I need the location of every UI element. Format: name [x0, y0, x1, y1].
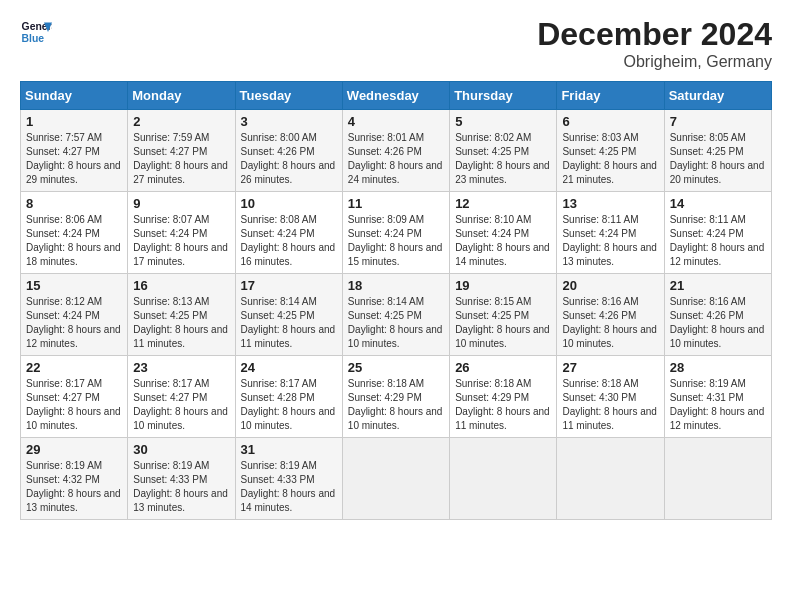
day-of-week-thursday: Thursday	[450, 82, 557, 110]
location-subtitle: Obrigheim, Germany	[537, 53, 772, 71]
day-number: 25	[348, 360, 444, 375]
day-of-week-monday: Monday	[128, 82, 235, 110]
day-number: 28	[670, 360, 766, 375]
day-of-week-tuesday: Tuesday	[235, 82, 342, 110]
calendar-cell: 16Sunrise: 8:13 AMSunset: 4:25 PMDayligh…	[128, 274, 235, 356]
day-info: Sunrise: 8:17 AMSunset: 4:27 PMDaylight:…	[26, 377, 122, 433]
day-number: 10	[241, 196, 337, 211]
day-number: 17	[241, 278, 337, 293]
day-info: Sunrise: 8:17 AMSunset: 4:27 PMDaylight:…	[133, 377, 229, 433]
calendar-cell: 15Sunrise: 8:12 AMSunset: 4:24 PMDayligh…	[21, 274, 128, 356]
day-number: 29	[26, 442, 122, 457]
day-info: Sunrise: 8:17 AMSunset: 4:28 PMDaylight:…	[241, 377, 337, 433]
month-title: December 2024	[537, 16, 772, 53]
day-number: 21	[670, 278, 766, 293]
day-info: Sunrise: 8:06 AMSunset: 4:24 PMDaylight:…	[26, 213, 122, 269]
day-info: Sunrise: 8:11 AMSunset: 4:24 PMDaylight:…	[562, 213, 658, 269]
day-info: Sunrise: 7:59 AMSunset: 4:27 PMDaylight:…	[133, 131, 229, 187]
day-number: 4	[348, 114, 444, 129]
calendar-cell: 10Sunrise: 8:08 AMSunset: 4:24 PMDayligh…	[235, 192, 342, 274]
day-info: Sunrise: 8:18 AMSunset: 4:30 PMDaylight:…	[562, 377, 658, 433]
day-number: 8	[26, 196, 122, 211]
day-info: Sunrise: 8:02 AMSunset: 4:25 PMDaylight:…	[455, 131, 551, 187]
day-info: Sunrise: 8:15 AMSunset: 4:25 PMDaylight:…	[455, 295, 551, 351]
day-info: Sunrise: 8:18 AMSunset: 4:29 PMDaylight:…	[455, 377, 551, 433]
calendar-cell: 5Sunrise: 8:02 AMSunset: 4:25 PMDaylight…	[450, 110, 557, 192]
day-info: Sunrise: 8:19 AMSunset: 4:31 PMDaylight:…	[670, 377, 766, 433]
day-info: Sunrise: 8:07 AMSunset: 4:24 PMDaylight:…	[133, 213, 229, 269]
calendar-cell: 26Sunrise: 8:18 AMSunset: 4:29 PMDayligh…	[450, 356, 557, 438]
day-of-week-saturday: Saturday	[664, 82, 771, 110]
logo: General Blue	[20, 16, 52, 48]
calendar-cell: 22Sunrise: 8:17 AMSunset: 4:27 PMDayligh…	[21, 356, 128, 438]
day-info: Sunrise: 8:11 AMSunset: 4:24 PMDaylight:…	[670, 213, 766, 269]
day-number: 5	[455, 114, 551, 129]
calendar-cell: 24Sunrise: 8:17 AMSunset: 4:28 PMDayligh…	[235, 356, 342, 438]
calendar-cell: 8Sunrise: 8:06 AMSunset: 4:24 PMDaylight…	[21, 192, 128, 274]
day-info: Sunrise: 8:16 AMSunset: 4:26 PMDaylight:…	[562, 295, 658, 351]
calendar-cell	[557, 438, 664, 520]
day-info: Sunrise: 8:19 AMSunset: 4:33 PMDaylight:…	[241, 459, 337, 515]
day-of-week-sunday: Sunday	[21, 82, 128, 110]
day-number: 23	[133, 360, 229, 375]
day-info: Sunrise: 8:19 AMSunset: 4:32 PMDaylight:…	[26, 459, 122, 515]
day-info: Sunrise: 8:01 AMSunset: 4:26 PMDaylight:…	[348, 131, 444, 187]
calendar-cell: 28Sunrise: 8:19 AMSunset: 4:31 PMDayligh…	[664, 356, 771, 438]
logo-icon: General Blue	[20, 16, 52, 48]
calendar-cell: 25Sunrise: 8:18 AMSunset: 4:29 PMDayligh…	[342, 356, 449, 438]
title-block: December 2024 Obrigheim, Germany	[537, 16, 772, 71]
day-info: Sunrise: 8:10 AMSunset: 4:24 PMDaylight:…	[455, 213, 551, 269]
calendar-cell: 20Sunrise: 8:16 AMSunset: 4:26 PMDayligh…	[557, 274, 664, 356]
day-number: 27	[562, 360, 658, 375]
calendar-table: SundayMondayTuesdayWednesdayThursdayFrid…	[20, 81, 772, 520]
calendar-cell: 14Sunrise: 8:11 AMSunset: 4:24 PMDayligh…	[664, 192, 771, 274]
day-number: 26	[455, 360, 551, 375]
calendar-cell: 27Sunrise: 8:18 AMSunset: 4:30 PMDayligh…	[557, 356, 664, 438]
day-number: 19	[455, 278, 551, 293]
day-info: Sunrise: 8:08 AMSunset: 4:24 PMDaylight:…	[241, 213, 337, 269]
day-number: 12	[455, 196, 551, 211]
day-number: 1	[26, 114, 122, 129]
day-number: 6	[562, 114, 658, 129]
day-info: Sunrise: 8:14 AMSunset: 4:25 PMDaylight:…	[348, 295, 444, 351]
day-info: Sunrise: 7:57 AMSunset: 4:27 PMDaylight:…	[26, 131, 122, 187]
calendar-cell: 2Sunrise: 7:59 AMSunset: 4:27 PMDaylight…	[128, 110, 235, 192]
day-info: Sunrise: 8:05 AMSunset: 4:25 PMDaylight:…	[670, 131, 766, 187]
svg-text:Blue: Blue	[22, 33, 45, 44]
page-header: General Blue December 2024 Obrigheim, Ge…	[20, 16, 772, 71]
day-of-week-friday: Friday	[557, 82, 664, 110]
day-number: 18	[348, 278, 444, 293]
day-number: 11	[348, 196, 444, 211]
calendar-cell: 1Sunrise: 7:57 AMSunset: 4:27 PMDaylight…	[21, 110, 128, 192]
calendar-cell: 12Sunrise: 8:10 AMSunset: 4:24 PMDayligh…	[450, 192, 557, 274]
day-info: Sunrise: 8:13 AMSunset: 4:25 PMDaylight:…	[133, 295, 229, 351]
day-info: Sunrise: 8:14 AMSunset: 4:25 PMDaylight:…	[241, 295, 337, 351]
day-number: 20	[562, 278, 658, 293]
calendar-cell: 7Sunrise: 8:05 AMSunset: 4:25 PMDaylight…	[664, 110, 771, 192]
calendar-cell: 6Sunrise: 8:03 AMSunset: 4:25 PMDaylight…	[557, 110, 664, 192]
day-number: 15	[26, 278, 122, 293]
calendar-cell	[450, 438, 557, 520]
calendar-cell: 9Sunrise: 8:07 AMSunset: 4:24 PMDaylight…	[128, 192, 235, 274]
day-info: Sunrise: 8:09 AMSunset: 4:24 PMDaylight:…	[348, 213, 444, 269]
day-info: Sunrise: 8:18 AMSunset: 4:29 PMDaylight:…	[348, 377, 444, 433]
calendar-cell: 4Sunrise: 8:01 AMSunset: 4:26 PMDaylight…	[342, 110, 449, 192]
calendar-cell	[664, 438, 771, 520]
calendar-cell: 21Sunrise: 8:16 AMSunset: 4:26 PMDayligh…	[664, 274, 771, 356]
day-number: 16	[133, 278, 229, 293]
day-info: Sunrise: 8:00 AMSunset: 4:26 PMDaylight:…	[241, 131, 337, 187]
calendar-cell	[342, 438, 449, 520]
calendar-cell: 13Sunrise: 8:11 AMSunset: 4:24 PMDayligh…	[557, 192, 664, 274]
day-number: 22	[26, 360, 122, 375]
day-info: Sunrise: 8:19 AMSunset: 4:33 PMDaylight:…	[133, 459, 229, 515]
calendar-cell: 31Sunrise: 8:19 AMSunset: 4:33 PMDayligh…	[235, 438, 342, 520]
day-info: Sunrise: 8:12 AMSunset: 4:24 PMDaylight:…	[26, 295, 122, 351]
day-number: 24	[241, 360, 337, 375]
day-number: 13	[562, 196, 658, 211]
calendar-cell: 11Sunrise: 8:09 AMSunset: 4:24 PMDayligh…	[342, 192, 449, 274]
day-of-week-wednesday: Wednesday	[342, 82, 449, 110]
calendar-cell: 3Sunrise: 8:00 AMSunset: 4:26 PMDaylight…	[235, 110, 342, 192]
day-info: Sunrise: 8:03 AMSunset: 4:25 PMDaylight:…	[562, 131, 658, 187]
calendar-cell: 30Sunrise: 8:19 AMSunset: 4:33 PMDayligh…	[128, 438, 235, 520]
day-number: 14	[670, 196, 766, 211]
